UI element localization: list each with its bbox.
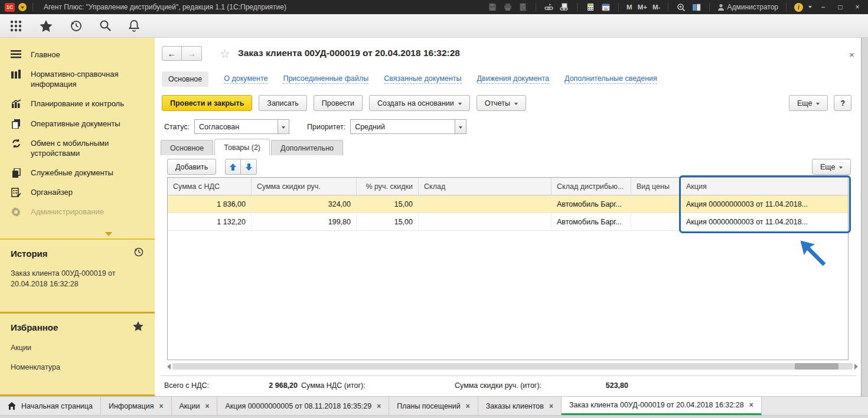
move-row-up-button[interactable] bbox=[225, 159, 241, 175]
system-menu-caret-icon[interactable] bbox=[18, 3, 27, 11]
taskbar-tab-customer-order-active[interactable]: Заказ клиента 00УД-000019 от 20.04.2018 … bbox=[562, 397, 762, 415]
navlink-about-document[interactable]: О документе bbox=[224, 74, 267, 84]
favorite-star-icon[interactable]: ☆ bbox=[220, 47, 230, 61]
link-doc-icon[interactable] bbox=[559, 2, 569, 12]
help-button[interactable]: ? bbox=[834, 95, 851, 111]
favorites-item-nomenclature[interactable]: Номенклатура bbox=[11, 363, 135, 373]
info-caret-icon[interactable] bbox=[808, 6, 812, 8]
save-icon[interactable] bbox=[487, 2, 497, 12]
sidebar-item-main[interactable]: Главное bbox=[0, 45, 155, 64]
print-icon[interactable] bbox=[502, 2, 513, 12]
scrollbar-track[interactable] bbox=[172, 363, 853, 370]
current-user[interactable]: Администратор bbox=[717, 3, 778, 11]
history-icon[interactable] bbox=[133, 247, 144, 260]
sidebar-item-administration[interactable]: Администрирование bbox=[0, 202, 155, 221]
cell-discount-pct[interactable]: 15,00 bbox=[357, 195, 419, 213]
close-tab-icon[interactable]: × bbox=[466, 402, 470, 410]
taskbar-tab-information[interactable]: Информация × bbox=[101, 397, 172, 415]
star-icon[interactable] bbox=[132, 321, 144, 334]
sidebar-item-organizer[interactable]: Органайзер bbox=[0, 182, 155, 202]
move-row-down-button[interactable] bbox=[241, 159, 257, 175]
link-add-icon[interactable] bbox=[544, 2, 554, 12]
table-more-button[interactable]: Еще bbox=[812, 159, 851, 175]
apps-grid-icon[interactable] bbox=[9, 19, 22, 32]
print-preview-icon[interactable] bbox=[518, 2, 528, 12]
cell-discount-sum[interactable]: 199,80 bbox=[252, 213, 357, 230]
info-icon[interactable]: i bbox=[794, 3, 803, 12]
forward-button[interactable]: → bbox=[182, 46, 202, 61]
cell-promotion[interactable]: Акция 00000000003 от 11.04.2018... bbox=[681, 213, 848, 230]
close-tab-icon[interactable]: × bbox=[377, 402, 381, 410]
status-value[interactable]: Согласован bbox=[194, 119, 278, 134]
cell-distributor-warehouse[interactable]: Автомобиль Барг... bbox=[552, 213, 631, 230]
sidebar-item-operational-docs[interactable]: Оперативные документы bbox=[0, 114, 155, 133]
cell-discount-sum[interactable]: 324,00 bbox=[252, 195, 357, 213]
cell-sum-vat[interactable]: 1 132,20 bbox=[168, 213, 252, 230]
scroll-left-icon[interactable] bbox=[167, 364, 171, 370]
memory-m-button[interactable]: M bbox=[626, 4, 632, 11]
sidebar-item-planning[interactable]: Планирование и контроль bbox=[0, 94, 155, 113]
horizontal-scrollbar[interactable] bbox=[167, 363, 858, 370]
history-icon[interactable] bbox=[70, 19, 83, 32]
favorites-star-icon[interactable] bbox=[39, 19, 53, 32]
status-combobox[interactable]: Согласован bbox=[194, 119, 289, 134]
search-icon[interactable] bbox=[99, 19, 112, 32]
taskbar-tab-visit-plans[interactable]: Планы посещений × bbox=[389, 397, 478, 415]
navlink-related-documents[interactable]: Связанные документы bbox=[384, 74, 461, 84]
taskbar-tab-promotion-document[interactable]: Акция 00000000005 от 08.11.2018 16:35:29… bbox=[217, 397, 389, 415]
column-header-manual-discount-pct[interactable]: % руч. скидки bbox=[357, 178, 419, 195]
history-item[interactable]: Заказ клиента 00УД-000019 от 20.04.2018 … bbox=[11, 269, 135, 289]
minimize-button[interactable]: − bbox=[817, 3, 829, 11]
sidebar-scroll-down-icon[interactable] bbox=[105, 232, 112, 236]
cell-price-type[interactable] bbox=[631, 195, 681, 213]
calculator-icon[interactable] bbox=[585, 2, 595, 12]
navlink-attached-files[interactable]: Присоединенные файлы bbox=[283, 74, 368, 84]
app-logo-1c[interactable]: 1С bbox=[5, 3, 15, 12]
sidebar-item-mobile-exchange[interactable]: Обмен с мобильными устройствами bbox=[0, 133, 155, 163]
calendar-icon[interactable]: 31 bbox=[601, 2, 611, 12]
back-button[interactable]: ← bbox=[162, 46, 182, 61]
cell-distributor-warehouse[interactable]: Автомобиль Барг... bbox=[552, 195, 631, 213]
add-row-button[interactable]: Добавить bbox=[167, 159, 216, 175]
notifications-bell-icon[interactable] bbox=[128, 19, 140, 32]
create-based-on-button[interactable]: Создать на основании bbox=[369, 95, 470, 111]
navlink-main[interactable]: Основное bbox=[162, 71, 208, 87]
priority-value[interactable]: Средний bbox=[350, 119, 455, 134]
reports-button[interactable]: Отчеты bbox=[477, 95, 526, 111]
taskbar-tab-customer-orders[interactable]: Заказы клиентов × bbox=[478, 397, 562, 415]
taskbar-tab-promotions[interactable]: Акции × bbox=[172, 397, 218, 415]
table-row[interactable]: 1 132,20 199,80 15,00 Автомобиль Барг...… bbox=[168, 213, 848, 231]
split-view-icon[interactable] bbox=[691, 2, 701, 12]
column-header-warehouse[interactable]: Склад bbox=[419, 178, 552, 195]
close-tab-icon[interactable]: × bbox=[159, 402, 164, 410]
column-header-distributor-warehouse[interactable]: Склад дистрибью... bbox=[552, 178, 631, 195]
zoom-icon[interactable] bbox=[676, 2, 686, 12]
more-button[interactable]: Еще bbox=[789, 95, 828, 111]
cell-promotion[interactable]: Акция 00000000003 от 11.04.2018... bbox=[681, 195, 848, 213]
column-header-sum-vat[interactable]: Сумма с НДС bbox=[168, 178, 252, 195]
close-tab-icon[interactable]: × bbox=[205, 402, 209, 410]
close-document-button[interactable]: × bbox=[849, 50, 854, 60]
priority-combobox[interactable]: Средний bbox=[350, 119, 466, 134]
sidebar-item-service-docs[interactable]: Служебные документы bbox=[0, 163, 155, 182]
tab-additional[interactable]: Дополнительно bbox=[271, 140, 343, 155]
favorites-item-promotions[interactable]: Акции bbox=[11, 343, 135, 354]
column-header-manual-discount-sum[interactable]: Сумма скидки руч. bbox=[252, 178, 357, 195]
scrollbar-thumb[interactable] bbox=[795, 363, 838, 370]
cell-warehouse[interactable] bbox=[419, 195, 552, 213]
navlink-document-movements[interactable]: Движения документа bbox=[477, 74, 549, 84]
column-header-price-type[interactable]: Вид цены bbox=[631, 178, 681, 195]
post-and-close-button[interactable]: Провести и закрыть bbox=[162, 95, 252, 111]
close-window-button[interactable]: × bbox=[851, 3, 863, 11]
cell-sum-vat[interactable]: 1 836,00 bbox=[168, 195, 252, 213]
cell-price-type[interactable] bbox=[631, 213, 681, 230]
sidebar-item-reference[interactable]: Нормативно-справочная информация bbox=[0, 64, 155, 94]
save-button[interactable]: Записать bbox=[259, 95, 306, 111]
close-tab-icon[interactable]: × bbox=[549, 402, 553, 410]
column-header-promotion[interactable]: Акция bbox=[681, 178, 848, 195]
tab-goods[interactable]: Товары (2) bbox=[214, 139, 270, 155]
table-row[interactable]: 1 836,00 324,00 15,00 Автомобиль Барг...… bbox=[168, 195, 848, 213]
memory-m-plus-button[interactable]: M+ bbox=[638, 4, 647, 11]
close-tab-icon[interactable]: × bbox=[749, 401, 753, 409]
cell-discount-pct[interactable]: 15,00 bbox=[357, 213, 419, 230]
